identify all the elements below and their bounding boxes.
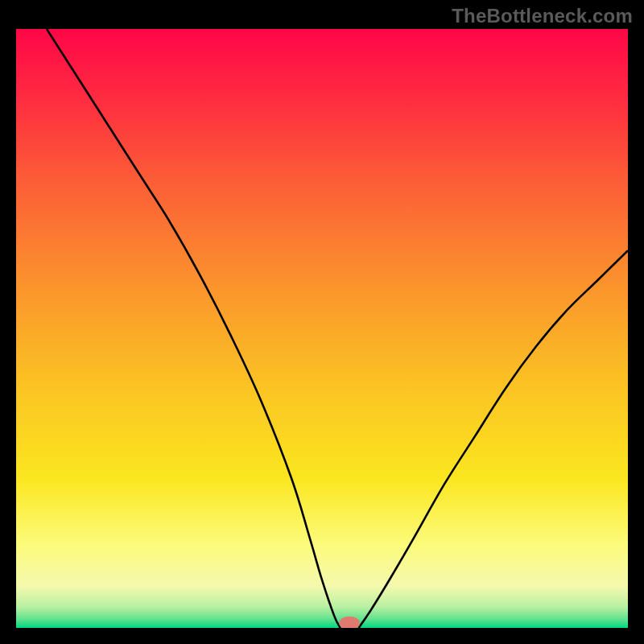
watermark-text: TheBottleneck.com <box>452 5 633 27</box>
chart-container: TheBottleneck.com <box>0 0 644 644</box>
gradient-background <box>16 29 628 628</box>
plot-area <box>16 29 628 628</box>
plot-svg <box>16 29 628 628</box>
